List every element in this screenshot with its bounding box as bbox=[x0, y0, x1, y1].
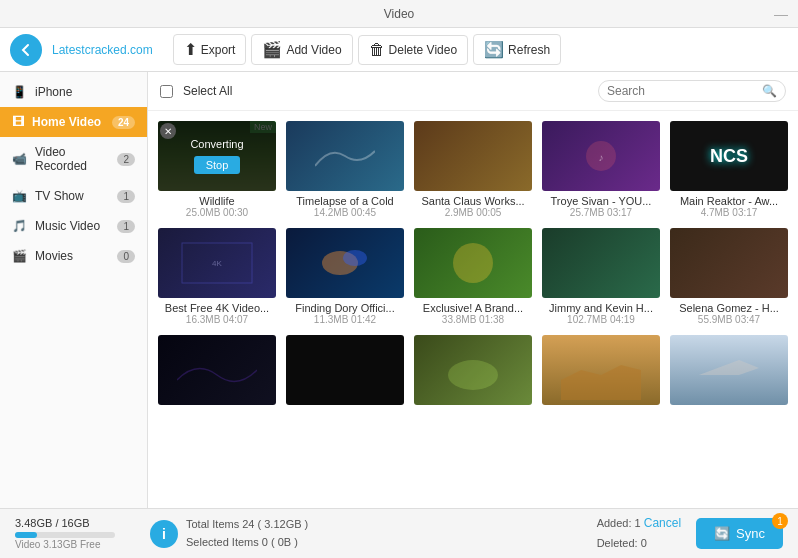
svg-text:4K: 4K bbox=[212, 259, 222, 268]
video-item-ncs[interactable]: NCS Main Reaktor - Aw... 4.7MB 03:17 bbox=[670, 121, 788, 218]
svg-point-5 bbox=[343, 250, 367, 266]
video-recorded-badge: 2 bbox=[117, 153, 135, 166]
video-item-4k[interactable]: 4K Best Free 4K Video... 16.3MB 04:07 bbox=[158, 228, 276, 325]
video-item-troye[interactable]: ♪ Troye Sivan - YOU... 25.7MB 03:17 bbox=[542, 121, 660, 218]
video-item-plane[interactable] bbox=[670, 335, 788, 409]
search-input[interactable] bbox=[607, 84, 757, 98]
refresh-icon: 🔄 bbox=[484, 40, 504, 59]
search-icon: 🔍 bbox=[762, 84, 777, 98]
sidebar-item-movies[interactable]: 🎬 Movies 0 bbox=[0, 241, 147, 271]
video-meta-dory: 11.3MB 01:42 bbox=[314, 314, 376, 325]
video-meta-4k: 16.3MB 04:07 bbox=[186, 314, 248, 325]
stop-button[interactable]: Stop bbox=[194, 156, 241, 174]
svg-point-6 bbox=[453, 243, 493, 283]
app-title: Video bbox=[384, 7, 414, 21]
sync-badge: 1 bbox=[772, 513, 788, 529]
export-icon: ⬆ bbox=[184, 40, 197, 59]
video-meta-exclusive: 33.8MB 01:38 bbox=[442, 314, 504, 325]
video-item-selena[interactable]: Selena Gomez - H... 55.9MB 03:47 bbox=[670, 228, 788, 325]
toolbar: Latestcracked.com ⬆ Export 🎬 Add Video 🗑… bbox=[0, 28, 798, 72]
movies-icon: 🎬 bbox=[12, 249, 27, 263]
sidebar-tv-show-label: TV Show bbox=[35, 189, 84, 203]
sidebar-item-video-recorded[interactable]: 📹 Video Recorded 2 bbox=[0, 137, 147, 181]
home-video-icon: 🎞 bbox=[12, 115, 24, 129]
sidebar-movies-label: Movies bbox=[35, 249, 73, 263]
video-item-dark2[interactable] bbox=[286, 335, 404, 409]
sync-button[interactable]: 🔄 Sync 1 bbox=[696, 518, 783, 549]
refresh-button[interactable]: 🔄 Refresh bbox=[473, 34, 561, 65]
video-grid: ✕ New Converting Stop Wildlife 25.0MB 00… bbox=[148, 111, 798, 508]
video-thumb-4k: 4K bbox=[158, 228, 276, 298]
video-thumb-dory bbox=[286, 228, 404, 298]
video-thumb-selena bbox=[670, 228, 788, 298]
delete-video-icon: 🗑 bbox=[369, 41, 385, 59]
delete-video-button[interactable]: 🗑 Delete Video bbox=[358, 35, 469, 65]
video-title-wildlife: Wildlife bbox=[158, 195, 276, 207]
video-item-desert[interactable] bbox=[542, 335, 660, 409]
video-item-timelapse[interactable]: Timelapse of a Cold 14.2MB 00:45 bbox=[286, 121, 404, 218]
total-items-text: Total Items 24 ( 3.12GB ) bbox=[186, 516, 308, 534]
info-section: i Total Items 24 ( 3.12GB ) Selected Ite… bbox=[150, 516, 582, 551]
ncs-logo: NCS bbox=[710, 146, 748, 167]
export-button[interactable]: ⬆ Export bbox=[173, 34, 247, 65]
sidebar-item-iphone[interactable]: 📱 iPhone bbox=[0, 77, 147, 107]
video-item-wildlife[interactable]: ✕ New Converting Stop Wildlife 25.0MB 00… bbox=[158, 121, 276, 218]
sidebar: 📱 iPhone 🎞 Home Video 24 📹 Video Recorde… bbox=[0, 72, 148, 508]
video-thumb-santa bbox=[414, 121, 532, 191]
iphone-icon: 📱 bbox=[12, 85, 27, 99]
video-recorded-icon: 📹 bbox=[12, 152, 27, 166]
video-title-selena: Selena Gomez - H... bbox=[670, 302, 788, 314]
storage-bar bbox=[15, 532, 115, 538]
video-thumb-food bbox=[414, 335, 532, 405]
video-item-exclusive[interactable]: Exclusive! A Brand... 33.8MB 01:38 bbox=[414, 228, 532, 325]
video-item-dark1[interactable] bbox=[158, 335, 276, 409]
add-video-button[interactable]: 🎬 Add Video bbox=[251, 34, 352, 65]
storage-type: Video 3.13GB Free bbox=[15, 539, 135, 550]
content-area: Select All 🔍 ✕ New Converting Stop bbox=[148, 72, 798, 508]
video-meta-timelapse: 14.2MB 00:45 bbox=[314, 207, 376, 218]
video-item-jimmy[interactable]: Jimmy and Kevin H... 102.7MB 04:19 bbox=[542, 228, 660, 325]
video-meta-santa: 2.9MB 00:05 bbox=[445, 207, 502, 218]
video-meta-ncs: 4.7MB 03:17 bbox=[701, 207, 758, 218]
video-title-exclusive: Exclusive! A Brand... bbox=[414, 302, 532, 314]
video-item-santa[interactable]: Santa Claus Works... 2.9MB 00:05 bbox=[414, 121, 532, 218]
sidebar-item-music-video[interactable]: 🎵 Music Video 1 bbox=[0, 211, 147, 241]
tv-show-badge: 1 bbox=[117, 190, 135, 203]
selected-items-text: Selected Items 0 ( 0B ) bbox=[186, 534, 308, 552]
video-meta-jimmy: 102.7MB 04:19 bbox=[567, 314, 635, 325]
sidebar-item-tv-show[interactable]: 📺 TV Show 1 bbox=[0, 181, 147, 211]
back-button[interactable] bbox=[10, 34, 42, 66]
storage-info: 3.48GB / 16GB Video 3.13GB Free bbox=[15, 517, 135, 550]
cancel-button[interactable]: Cancel bbox=[644, 516, 681, 530]
video-item-food[interactable] bbox=[414, 335, 532, 409]
sidebar-home-video-label: Home Video bbox=[32, 115, 101, 129]
info-text: Total Items 24 ( 3.12GB ) Selected Items… bbox=[186, 516, 308, 551]
minimize-button[interactable]: — bbox=[774, 6, 788, 22]
added-label: Added: 1 bbox=[597, 517, 641, 529]
video-title-ncs: Main Reaktor - Aw... bbox=[670, 195, 788, 207]
converting-text: Converting bbox=[190, 138, 243, 150]
video-thumb-dark2 bbox=[286, 335, 404, 405]
added-deleted: Added: 1 Cancel Deleted: 0 bbox=[597, 514, 681, 554]
video-title-timelapse: Timelapse of a Cold bbox=[286, 195, 404, 207]
video-thumb-exclusive bbox=[414, 228, 532, 298]
video-title-troye: Troye Sivan - YOU... bbox=[542, 195, 660, 207]
video-thumb-timelapse bbox=[286, 121, 404, 191]
video-meta-troye: 25.7MB 03:17 bbox=[570, 207, 632, 218]
sidebar-video-recorded-label: Video Recorded bbox=[35, 145, 109, 173]
close-video-button[interactable]: ✕ bbox=[160, 123, 176, 139]
add-video-icon: 🎬 bbox=[262, 40, 282, 59]
video-thumb-troye: ♪ bbox=[542, 121, 660, 191]
sidebar-item-home-video[interactable]: 🎞 Home Video 24 bbox=[0, 107, 147, 137]
storage-fill bbox=[15, 532, 37, 538]
video-meta-selena: 55.9MB 03:47 bbox=[698, 314, 760, 325]
content-toolbar: Select All 🔍 bbox=[148, 72, 798, 111]
status-bar: 3.48GB / 16GB Video 3.13GB Free i Total … bbox=[0, 508, 798, 558]
video-item-dory[interactable]: Finding Dory Offici... 11.3MB 01:42 bbox=[286, 228, 404, 325]
logo-url: Latestcracked.com bbox=[52, 43, 153, 57]
svg-point-7 bbox=[448, 360, 498, 390]
select-all-checkbox[interactable] bbox=[160, 85, 173, 98]
video-meta-wildlife: 25.0MB 00:30 bbox=[186, 207, 248, 218]
music-video-badge: 1 bbox=[117, 220, 135, 233]
svg-text:♪: ♪ bbox=[599, 152, 604, 163]
